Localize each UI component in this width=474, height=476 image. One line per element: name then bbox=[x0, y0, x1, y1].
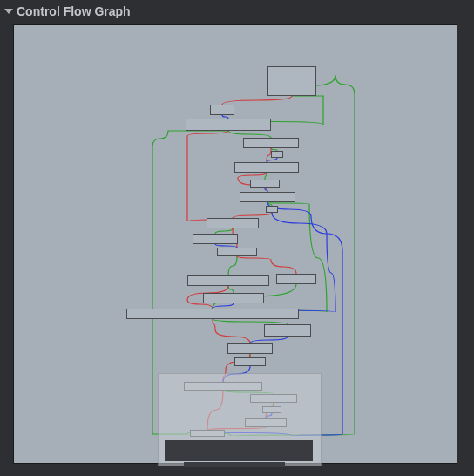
cfg-node[interactable] bbox=[250, 180, 280, 188]
cfg-edge bbox=[213, 319, 250, 343]
cfg-node[interactable] bbox=[207, 218, 259, 228]
cfg-node[interactable] bbox=[210, 105, 234, 115]
cfg-node[interactable] bbox=[243, 138, 299, 148]
cfg-node[interactable] bbox=[227, 343, 273, 354]
minimap-content-bar bbox=[165, 440, 313, 461]
cfg-node[interactable] bbox=[264, 324, 311, 337]
cfg-edge bbox=[265, 173, 267, 180]
cfg-node[interactable] bbox=[271, 151, 283, 158]
panel-title: Control Flow Graph bbox=[17, 4, 131, 18]
cfg-edge bbox=[250, 337, 288, 343]
cfg-node[interactable] bbox=[193, 234, 238, 244]
cfg-edge bbox=[187, 131, 233, 221]
cfg-edge bbox=[228, 256, 237, 275]
cfg-node[interactable] bbox=[267, 66, 316, 96]
cfg-node[interactable] bbox=[266, 206, 278, 213]
cfg-node[interactable] bbox=[187, 275, 269, 286]
cfg-footer-node bbox=[184, 462, 285, 467]
cfg-edge bbox=[228, 286, 234, 293]
cfg-node[interactable] bbox=[234, 162, 299, 173]
panel-header[interactable]: Control Flow Graph bbox=[3, 2, 471, 21]
cfg-node[interactable] bbox=[186, 119, 271, 131]
cfg-node[interactable] bbox=[126, 309, 299, 319]
cfg-node[interactable] bbox=[217, 248, 257, 256]
collapse-triangle-icon[interactable] bbox=[4, 9, 13, 14]
cfg-edge bbox=[222, 96, 292, 105]
cfg-edge bbox=[237, 256, 296, 274]
cfg-node[interactable] bbox=[240, 192, 295, 202]
cfg-canvas[interactable] bbox=[13, 24, 457, 464]
cfg-edge bbox=[228, 131, 271, 138]
cfg-node[interactable] bbox=[234, 357, 266, 366]
cfg-node[interactable] bbox=[203, 293, 264, 303]
cfg-node[interactable] bbox=[276, 274, 316, 284]
